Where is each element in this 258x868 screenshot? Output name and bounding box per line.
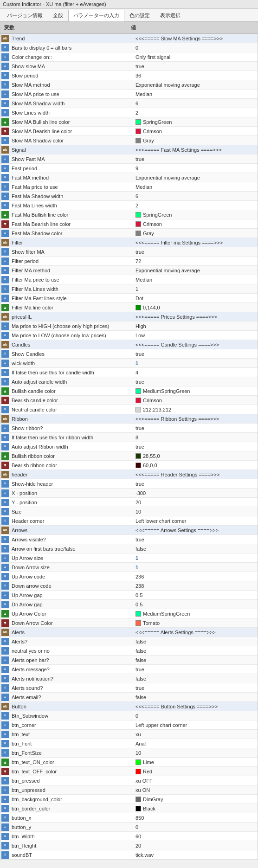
table-row[interactable]: ≡Slow MA price to useMedian xyxy=(0,90,258,99)
ma-icon: ≡ xyxy=(1,554,9,562)
table-row[interactable]: ≡Filter Ma Fast lines styleDot xyxy=(0,294,258,303)
table-row[interactable]: ≡btn_background_colorDimGray xyxy=(0,795,258,804)
table-row[interactable]: ≡Fast Ma price to useMedian xyxy=(0,182,258,192)
table-row[interactable]: ≡Fast Ma Shadow colorGray xyxy=(0,229,258,238)
table-row: abAlerts<<<===== Alerts Settings ====>>> xyxy=(0,628,258,637)
table-row[interactable]: ≡btn_FontSize10 xyxy=(0,748,258,758)
row-name: Fast Ma Lines width xyxy=(10,202,134,209)
table-row[interactable]: ≡Slow MA methodExponential moving averag… xyxy=(0,80,258,90)
table-row[interactable]: ≡Show Candlestrue xyxy=(0,349,258,359)
table-row[interactable]: ▼Fast Ma Bearish line colorCrimson xyxy=(0,219,258,229)
row-value: 1 xyxy=(134,554,258,562)
table-row[interactable]: ▲Slow MA Bullish line colorSpringGreen xyxy=(0,117,258,127)
table-row[interactable]: ≡Header cornerLeft lower chart corner xyxy=(0,516,258,526)
table-row[interactable]: ≡button_x850 xyxy=(0,813,258,823)
table-row[interactable]: ≡Filter Ma Lines width1 xyxy=(0,284,258,294)
table-row[interactable]: ≡Alerts sound?true xyxy=(0,683,258,693)
table-row[interactable]: ▲btn_text_ON_colorLime xyxy=(0,758,258,767)
table-row[interactable]: ≡Bars to display 0 = all bars0 xyxy=(0,43,258,52)
table-row[interactable]: ≡btn_border_colorBlack xyxy=(0,804,258,813)
table-row[interactable]: ≡btn_Height20 xyxy=(0,841,258,850)
table-row[interactable]: ≡If false then use this for ribbon width… xyxy=(0,433,258,442)
table-row[interactable]: ≡Slow Lines width2 xyxy=(0,108,258,117)
table-row[interactable]: ≡Filter MA methodExponential moving aver… xyxy=(0,266,258,275)
table-row[interactable]: ≡Size10 xyxy=(0,507,258,516)
row-name: Slow MA method xyxy=(10,81,134,89)
table-row[interactable]: ≡Filter period72 xyxy=(0,257,258,266)
row-name: neutral yes or no xyxy=(10,647,134,655)
color-swatch xyxy=(135,806,141,811)
row-value: Left upper chart corner xyxy=(134,721,258,729)
table-row[interactable]: ≡Neutral candle color212,213,212 xyxy=(0,405,258,414)
table-row[interactable]: ▲Bullish candle colorMediumSpringGreen xyxy=(0,386,258,396)
ma-icon: ≡ xyxy=(1,740,9,747)
table-row[interactable]: ≡Show slow MAtrue xyxy=(0,62,258,71)
table-row[interactable]: ≡Btn_Subwindow0 xyxy=(0,711,258,720)
row-value: xu OFF xyxy=(134,777,258,784)
table-row[interactable]: ≡Down Arrow size1 xyxy=(0,563,258,572)
row-value: 0,5 xyxy=(134,592,258,599)
table-row[interactable]: ≡Filter Ma price to useMedian xyxy=(0,275,258,284)
table-row[interactable]: ≡Show filter MAtrue xyxy=(0,247,258,257)
table-row: abRibbon<<<===== Ribbon Settings ====>>> xyxy=(0,414,258,424)
table-row[interactable]: ▼Down Arrow ColorTomato xyxy=(0,618,258,628)
table-row[interactable]: ≡btn_FontArial xyxy=(0,739,258,748)
table-row[interactable]: ≡Ma price to LOW (choose only low prices… xyxy=(0,331,258,340)
table-row[interactable]: ≡soundBTtick.wav xyxy=(0,850,258,860)
table-row[interactable]: ≡Up Arrow gap0,5 xyxy=(0,591,258,600)
table-row[interactable]: ≡Alerts email?false xyxy=(0,693,258,702)
table-row[interactable]: ≡Fast Ma Lines width2 xyxy=(0,201,258,210)
table-row[interactable]: ≡button_y0 xyxy=(0,823,258,832)
row-name: btn_background_color xyxy=(10,796,134,803)
row-name: Slow MA Bearish line color xyxy=(10,128,134,135)
table-row[interactable]: ≡Alerts notification?false xyxy=(0,674,258,683)
table-row[interactable]: ▼Bearish ribbon color60,0,0 xyxy=(0,461,258,470)
table-row[interactable]: ≡Color change on::Only first signal xyxy=(0,52,258,62)
table-row[interactable]: ≡wick width1 xyxy=(0,359,258,368)
table-row[interactable]: ≡btn_textxu xyxy=(0,730,258,739)
ma-icon: ≡ xyxy=(1,721,9,729)
table-row[interactable]: ≡Auto adjust candle widthtrue xyxy=(0,377,258,386)
table-row[interactable]: ≡Arrows visible?true xyxy=(0,535,258,544)
table-row[interactable]: ≡Down arrow code238 xyxy=(0,581,258,591)
table-row[interactable]: ≡Alerts message?true xyxy=(0,665,258,674)
table-row[interactable]: ≡Show-hide headertrue xyxy=(0,479,258,489)
row-name: Bullish ribbon color xyxy=(10,452,134,460)
table-row[interactable]: ≡Alerts?false xyxy=(0,637,258,646)
tab-all[interactable]: 全般 xyxy=(48,10,68,21)
table-row[interactable]: ≡btn_Width60 xyxy=(0,832,258,841)
table-row[interactable]: ≡btn_pressedxu OFF xyxy=(0,776,258,785)
table-row[interactable]: ≡Arrow on first bars true/falsefalse xyxy=(0,544,258,553)
table-row[interactable]: ≡neutral yes or nofalse xyxy=(0,646,258,656)
table-row[interactable]: ▲Up Arrow ColorMediumSpringGreen xyxy=(0,609,258,618)
table-row[interactable]: ≡Fast Ma Shadow width6 xyxy=(0,192,258,201)
table-row[interactable]: ≡Alerts open bar?false xyxy=(0,656,258,665)
table-row[interactable]: ≡Up Arrow size1 xyxy=(0,553,258,563)
table-row[interactable]: ▲Fast Ma Bullish line colorSpringGreen xyxy=(0,210,258,219)
table-row[interactable]: ≡Show Fast MAtrue xyxy=(0,154,258,164)
table-row[interactable]: ≡Y - position20 xyxy=(0,498,258,507)
table-row[interactable]: ≡Ma price to HIGH (choose only high pric… xyxy=(0,321,258,331)
table-row[interactable]: ≡btn_cornerLeft upper chart corner xyxy=(0,720,258,730)
table-row[interactable]: ▼Bearish candle colorCrimson xyxy=(0,396,258,405)
table-row[interactable]: ≡Show ribbon?true xyxy=(0,424,258,433)
table-row[interactable]: ≡X - position-300 xyxy=(0,489,258,498)
tab-params[interactable]: パラメーターの入力 xyxy=(68,10,124,21)
table-row[interactable]: ≡Fast period9 xyxy=(0,164,258,173)
table-row[interactable]: ≡Slow MA Shadow width6 xyxy=(0,99,258,108)
tab-version[interactable]: バージョン情報 xyxy=(2,10,48,21)
table-row[interactable]: ≡Auto adjust Ribbon widthtrue xyxy=(0,442,258,451)
table-row[interactable]: ≡Slow period36 xyxy=(0,71,258,80)
table-row[interactable]: ≡Fast MA methodExponential moving averag… xyxy=(0,173,258,182)
table-row[interactable]: ≡btn_unpressedxu ON xyxy=(0,785,258,795)
table-row[interactable]: ▼Slow MA Bearish line colorCrimson xyxy=(0,127,258,136)
tab-color[interactable]: 色の設定 xyxy=(124,10,155,21)
table-row[interactable]: ▼btn_text_OFF_colorRed xyxy=(0,767,258,776)
table-row[interactable]: ≡Slow MA Shadow colorGray xyxy=(0,136,258,145)
table-row[interactable]: ≡Dn Arrow gap0,5 xyxy=(0,600,258,609)
tab-display[interactable]: 表示選択 xyxy=(155,10,186,21)
table-row[interactable]: ≡If false then use this for candle width… xyxy=(0,368,258,377)
table-row[interactable]: ≡Up Arrow code236 xyxy=(0,572,258,581)
table-row[interactable]: ▲Bullish ribbon color28,55,0 xyxy=(0,451,258,461)
table-row[interactable]: ▲Filter Ma line color0,144,0 xyxy=(0,303,258,312)
